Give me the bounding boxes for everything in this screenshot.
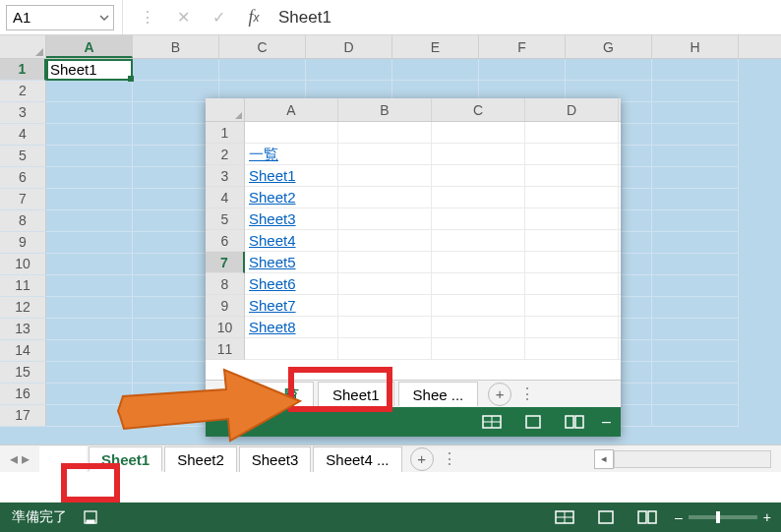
macro-record-icon[interactable]	[79, 507, 106, 527]
inset-cell[interactable]	[525, 144, 619, 164]
row-header-4[interactable]: 4	[0, 124, 46, 146]
cell[interactable]	[219, 59, 306, 81]
cell[interactable]	[652, 232, 739, 254]
row-header-13[interactable]: 13	[0, 319, 46, 340]
inset-add-sheet-button[interactable]: +	[488, 383, 511, 406]
inset-cell[interactable]	[432, 122, 525, 143]
inset-cell[interactable]	[525, 295, 619, 316]
cell[interactable]	[652, 275, 739, 297]
row-header-11[interactable]: 11	[0, 275, 46, 297]
hscroll-track[interactable]	[614, 450, 771, 468]
cell[interactable]	[652, 210, 739, 232]
inset-cell[interactable]	[432, 273, 525, 294]
cell[interactable]	[46, 232, 133, 254]
cell[interactable]	[479, 59, 566, 81]
column-header-E[interactable]: E	[392, 35, 479, 58]
cell[interactable]	[652, 405, 739, 427]
row-header-8[interactable]: 8	[0, 210, 46, 232]
inset-row-header-11[interactable]: 11	[206, 338, 245, 360]
inset-cell[interactable]	[432, 165, 525, 186]
inset-cell[interactable]	[432, 144, 525, 164]
cell[interactable]	[46, 254, 133, 275]
column-header-A[interactable]: A	[46, 35, 133, 58]
tab-overflow-dots[interactable]: ⋮	[442, 449, 459, 468]
inset-row-header-10[interactable]: 10	[206, 317, 245, 338]
confirm-icon[interactable]: ✓	[208, 7, 229, 29]
inset-cell[interactable]	[338, 338, 432, 359]
inset-cell[interactable]	[338, 273, 432, 294]
row-header-7[interactable]: 7	[0, 189, 46, 210]
cell[interactable]	[46, 210, 133, 232]
cell[interactable]	[652, 124, 739, 146]
inset-page-break-icon[interactable]	[561, 412, 588, 432]
column-header-D[interactable]: D	[306, 35, 392, 58]
inset-cell[interactable]	[338, 144, 432, 164]
cell[interactable]	[46, 297, 133, 319]
cell[interactable]	[652, 362, 739, 384]
inset-column-header-A[interactable]: A	[245, 98, 338, 121]
cell[interactable]	[46, 275, 133, 297]
more-icon[interactable]: ⋮	[137, 7, 158, 29]
inset-cell[interactable]	[525, 187, 619, 207]
sheet-tab[interactable]: Sheet2	[164, 446, 237, 472]
inset-cell[interactable]	[525, 122, 619, 143]
cell[interactable]	[652, 319, 739, 340]
row-header-12[interactable]: 12	[0, 297, 46, 319]
inset-row-header-3[interactable]: 3	[206, 165, 245, 187]
inset-cell[interactable]: Sheet5	[245, 252, 338, 272]
row-header-1[interactable]: 1	[0, 59, 46, 81]
inset-cell[interactable]	[338, 208, 432, 229]
cell[interactable]	[306, 59, 392, 81]
cell[interactable]	[46, 189, 133, 210]
cell[interactable]	[46, 362, 133, 384]
inset-sheet-tab[interactable]: Sheet1	[318, 382, 394, 406]
inset-column-header-C[interactable]: C	[432, 98, 525, 121]
cell[interactable]	[652, 146, 739, 167]
name-box[interactable]: A1	[6, 5, 114, 30]
inset-cell[interactable]: Sheet8	[245, 317, 338, 337]
inset-cell[interactable]	[245, 122, 338, 143]
inset-cell[interactable]: 一覧	[245, 144, 338, 164]
row-header-5[interactable]: 5	[0, 146, 46, 167]
cell[interactable]	[46, 146, 133, 167]
cell[interactable]	[652, 102, 739, 124]
cell[interactable]	[46, 340, 133, 362]
tab-nav-arrows[interactable]: ◂ ▸	[0, 449, 39, 468]
inset-cell[interactable]	[432, 230, 525, 251]
row-header-2[interactable]: 2	[0, 81, 46, 102]
inset-row-header-1[interactable]: 1	[206, 122, 245, 144]
inset-row-header-5[interactable]: 5	[206, 208, 245, 230]
inset-cell[interactable]	[525, 273, 619, 294]
inset-select-all-corner[interactable]	[206, 98, 245, 121]
zoom-slider[interactable]: – +	[675, 509, 771, 525]
inset-sheet-tab[interactable]: 一覧	[255, 382, 314, 406]
add-sheet-button[interactable]: +	[410, 447, 434, 471]
cell[interactable]	[652, 384, 739, 405]
cell[interactable]	[652, 167, 739, 189]
inset-cell[interactable]: Sheet1	[245, 165, 338, 186]
sheet-tab[interactable]: Sheet4 ...	[313, 446, 401, 472]
cell[interactable]	[46, 384, 133, 405]
cell[interactable]	[652, 254, 739, 275]
cancel-icon[interactable]: ✕	[172, 7, 194, 29]
cell[interactable]	[133, 59, 219, 81]
cell[interactable]	[46, 167, 133, 189]
inset-cell[interactable]	[338, 295, 432, 316]
row-header-10[interactable]: 10	[0, 254, 46, 275]
page-layout-view-icon[interactable]	[592, 507, 620, 527]
inset-cell[interactable]	[338, 122, 432, 143]
inset-row-header-9[interactable]: 9	[206, 295, 245, 317]
select-all-corner[interactable]	[0, 35, 46, 58]
inset-cell[interactable]	[432, 208, 525, 229]
inset-cell[interactable]	[525, 230, 619, 251]
inset-cell[interactable]	[338, 165, 432, 186]
inset-row-header-6[interactable]: 6	[206, 230, 245, 252]
cell[interactable]	[652, 340, 739, 362]
column-header-H[interactable]: H	[652, 35, 739, 58]
inset-cell[interactable]	[338, 252, 432, 272]
inset-cell[interactable]: Sheet4	[245, 230, 338, 251]
inset-cell[interactable]	[432, 187, 525, 207]
inset-row-header-4[interactable]: 4	[206, 187, 245, 208]
cell[interactable]	[46, 81, 133, 102]
cell[interactable]	[46, 405, 133, 427]
